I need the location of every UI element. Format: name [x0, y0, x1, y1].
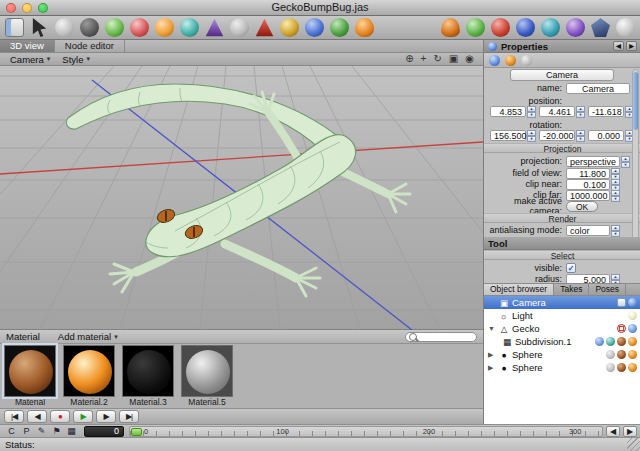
combo-arrows-icon[interactable]: ▲▼ [611, 225, 620, 236]
add-blue-sphere-icon[interactable] [305, 18, 324, 37]
material-item[interactable]: Material.2 [63, 345, 115, 408]
active-object-selector[interactable]: Camera [510, 69, 614, 81]
position-x-field[interactable]: 4.853 ▲▼ [490, 106, 536, 117]
material-ball-icon[interactable] [628, 363, 637, 372]
material-item[interactable]: Material.3 [122, 345, 174, 408]
tab-poses[interactable]: Poses [589, 284, 626, 295]
material-blue-ball-icon[interactable] [516, 18, 535, 37]
add-cone-icon[interactable] [205, 18, 224, 37]
next-frame-button[interactable]: ▶ [96, 410, 116, 423]
rotation-z-field[interactable]: 0.000 ▲▼ [588, 130, 634, 141]
stepper[interactable]: ▲▼ [611, 190, 620, 201]
add-cylinder-icon[interactable] [180, 18, 199, 37]
material-silver-ball-icon[interactable] [616, 18, 635, 37]
tab-object-browser[interactable]: Object browser [484, 284, 554, 295]
material-green-ball-icon[interactable] [466, 18, 485, 37]
add-sphere-icon[interactable] [130, 18, 149, 37]
tag-properties-tab-icon[interactable] [521, 55, 532, 66]
add-material-button[interactable]: Add material ▾ [54, 331, 122, 342]
add-pot-icon[interactable] [355, 18, 374, 37]
tag-icon[interactable] [606, 363, 615, 372]
flag-key-icon[interactable]: ⚑ [49, 426, 64, 436]
stepper[interactable]: ▲▼ [576, 130, 585, 141]
timeline-ruler[interactable]: 0 100 200 300 [129, 426, 603, 437]
material-item[interactable]: Material [4, 345, 56, 408]
object-row-camera[interactable]: ▣ Camera [484, 296, 640, 309]
timeline-scroll-left-button[interactable]: ◀ [606, 426, 620, 437]
make-active-camera-ok-button[interactable]: OK [566, 201, 598, 212]
panel-collapse-left-button[interactable]: ◀ [613, 41, 624, 51]
material-ball-icon[interactable] [617, 363, 626, 372]
stepper[interactable]: ▲▼ [611, 179, 620, 190]
object-properties-tab-icon[interactable] [489, 55, 500, 66]
object-row-sphere-1[interactable]: ▶ ● Sphere [484, 348, 640, 361]
material-item[interactable]: Material.5 [181, 345, 233, 408]
material-ball-icon[interactable] [628, 350, 637, 359]
position-z-field[interactable]: -11.618 ▲▼ [588, 106, 634, 117]
mode-tag-icon[interactable] [617, 324, 626, 333]
material-teal-ball-icon[interactable] [541, 18, 560, 37]
antialiasing-mode-select[interactable]: color ▲▼ [566, 225, 620, 236]
style-menu[interactable]: Style ▾ [58, 54, 94, 65]
camera-view-icon[interactable]: ◉ [465, 53, 474, 65]
material-thumbnail[interactable] [181, 345, 233, 397]
tag-icon[interactable] [606, 337, 615, 346]
material-thumbnail[interactable] [122, 345, 174, 397]
go-start-button[interactable]: |◀ [4, 410, 24, 423]
scale-tool-icon[interactable] [105, 18, 124, 37]
resize-grip[interactable] [627, 438, 640, 451]
rotate-tool-icon[interactable] [80, 18, 99, 37]
go-end-button[interactable]: ▶| [119, 410, 139, 423]
visible-checkbox[interactable]: ✓ [566, 263, 576, 273]
zoom-icon[interactable]: ⊕ [405, 53, 413, 65]
tag-icon[interactable] [606, 350, 615, 359]
record-button[interactable]: ● [50, 410, 70, 423]
expander-icon[interactable]: ▶ [488, 364, 496, 372]
object-row-gecko[interactable]: ▼ △ Gecko [484, 322, 640, 335]
object-row-light[interactable]: ☼ Light [484, 309, 640, 322]
clip-far-field[interactable]: 1000.000 ▲▼ [566, 190, 620, 201]
material-search-input[interactable] [405, 332, 477, 342]
combo-arrows-icon[interactable]: ▲▼ [621, 156, 630, 167]
material-thumbnail[interactable] [63, 345, 115, 397]
tab-node-editor[interactable]: Node editor [55, 40, 125, 52]
material-red-ball-icon[interactable] [491, 18, 510, 37]
curve-mode-icon[interactable]: C [4, 426, 19, 436]
name-field[interactable]: Camera [566, 83, 630, 94]
select-tool-icon[interactable] [30, 18, 49, 37]
field-of-view-field[interactable]: 11.800 ▲▼ [566, 168, 620, 179]
object-row-subdivision[interactable]: ▦ Subdivision.1 [484, 335, 640, 348]
add-plane-icon[interactable] [230, 18, 249, 37]
tab-3d-view[interactable]: 3D view [0, 40, 55, 52]
edit-key-icon[interactable]: ✎ [34, 426, 49, 436]
expander-icon[interactable]: ▶ [488, 351, 496, 359]
stepper[interactable]: ▲▼ [527, 130, 536, 141]
rotation-y-field[interactable]: -20.000 ▲▼ [539, 130, 585, 141]
add-red-cone-icon[interactable] [255, 18, 274, 37]
move-tool-icon[interactable] [55, 18, 74, 37]
uv-tag-icon[interactable] [628, 324, 637, 333]
stepper[interactable]: ▲▼ [611, 168, 620, 179]
camera-menu[interactable]: Camera ▾ [6, 54, 54, 65]
pan-icon[interactable]: + [421, 53, 427, 65]
add-gold-sphere-icon[interactable] [280, 18, 299, 37]
viewport-3d[interactable] [0, 66, 483, 330]
material-gem-icon[interactable] [591, 18, 610, 37]
fcurve-icon[interactable]: ▦ [64, 426, 79, 436]
position-y-field[interactable]: 4.461 ▲▼ [539, 106, 585, 117]
expander-icon[interactable]: ▼ [488, 325, 496, 332]
material-vase-icon[interactable] [441, 18, 460, 37]
tag-icon[interactable] [595, 337, 604, 346]
playhead-marker[interactable] [131, 428, 142, 436]
object-row-sphere-2[interactable]: ▶ ● Sphere [484, 361, 640, 374]
add-box-icon[interactable] [155, 18, 174, 37]
frame-icon[interactable]: ▣ [449, 53, 458, 65]
timeline-scroll-right-button[interactable]: ▶ [623, 426, 637, 437]
clip-near-field[interactable]: 0.100 ▲▼ [566, 179, 620, 190]
rotation-x-field[interactable]: 156.500 ▲▼ [490, 130, 536, 141]
panel-collapse-right-button[interactable]: ▶ [626, 41, 637, 51]
orbit-icon[interactable]: ↻ [433, 53, 441, 65]
current-frame-field[interactable]: 0 [84, 426, 124, 437]
prev-frame-button[interactable]: ◀ [27, 410, 47, 423]
gecko-model[interactable] [66, 84, 410, 296]
